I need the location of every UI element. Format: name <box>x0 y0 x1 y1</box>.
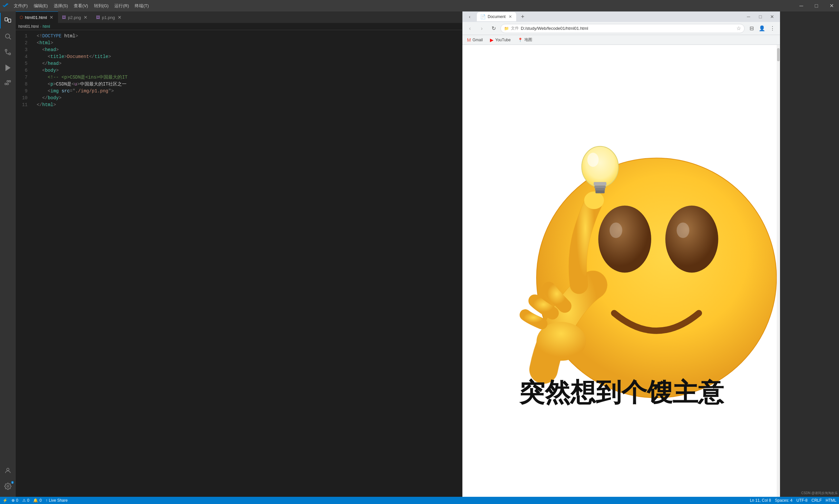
activity-item-search[interactable] <box>0 29 16 44</box>
map-icon: 📍 <box>518 38 523 42</box>
bookmark-gmail[interactable]: M Gmail <box>466 37 484 43</box>
browser-scroll-thumb[interactable] <box>777 48 780 61</box>
status-live-share[interactable]: ↑ Live Share <box>46 498 68 503</box>
tab-close-p2[interactable]: ✕ <box>83 15 88 20</box>
menu-file[interactable]: 文件(F) <box>11 2 31 10</box>
status-errors[interactable]: ⊗ 0 <box>12 498 18 503</box>
status-notifications[interactable]: 🔔 0 <box>33 498 41 503</box>
png-file-icon-p1: 🖼 <box>96 15 100 20</box>
status-encoding[interactable]: UTF-8 <box>797 498 807 503</box>
lightbulb-base-4 <box>595 191 605 194</box>
menu-edit[interactable]: 编辑(E) <box>31 2 51 10</box>
svg-rect-7 <box>5 83 6 85</box>
right-panel-text: CSDN @请同步淘淘欢乐 <box>801 491 838 496</box>
activity-item-explorer[interactable] <box>0 13 16 29</box>
browser-tab-close-btn[interactable]: ✕ <box>508 14 513 19</box>
bookmark-youtube-label: YouTube <box>495 38 511 42</box>
browser-forward-btn[interactable]: › <box>477 23 487 33</box>
svg-point-2 <box>5 34 10 38</box>
status-warnings[interactable]: ⚠ 0 <box>22 498 30 503</box>
menu-terminal[interactable]: 终端(T) <box>132 2 152 10</box>
browser-scrollbar[interactable] <box>777 45 780 497</box>
breadcrumb-tag[interactable]: html <box>42 24 50 29</box>
activity-item-extensions[interactable] <box>0 76 16 91</box>
browser-bookmarks-bar: M Gmail ▶ YouTube 📍 地图 <box>462 35 780 45</box>
close-button[interactable]: ✕ <box>824 0 839 12</box>
tab-close-p1[interactable]: ✕ <box>117 15 122 20</box>
menu-goto[interactable]: 转到(G) <box>91 2 111 10</box>
activity-item-source-control[interactable] <box>0 44 16 60</box>
maximize-button[interactable]: □ <box>809 0 824 12</box>
line-numbers: 1 2 3 4 5 6 7 8 9 10 11 <box>16 30 32 497</box>
code-line-1: <!DOCTYPE html> <box>37 33 462 40</box>
browser-reload-btn[interactable]: ↻ <box>489 23 499 33</box>
activity-bar-bottom: 1 <box>0 463 16 497</box>
tab-html01[interactable]: ⬡ html01.html ✕ <box>16 12 58 23</box>
position-text: Ln 11, Col 8 <box>750 498 771 503</box>
status-crlf[interactable]: CRLF <box>811 498 822 503</box>
titlebar-controls: ─ □ ✕ <box>794 0 839 12</box>
browser-split-btn[interactable]: ⊟ <box>747 23 756 33</box>
browser-back-btn[interactable]: ‹ <box>465 23 475 33</box>
error-count: 0 <box>16 498 18 503</box>
svg-point-12 <box>7 485 9 487</box>
minimize-button[interactable]: ─ <box>794 0 809 12</box>
breadcrumb: html01.html › html <box>16 23 462 30</box>
status-bar: ⚡ ⊗ 0 ⚠ 0 🔔 0 ↑ Live Share Ln 11, Col 8 … <box>0 497 839 504</box>
activity-item-account[interactable] <box>0 463 16 479</box>
left-eye-socket <box>598 206 651 273</box>
browser-minimize-btn[interactable]: ─ <box>743 13 754 21</box>
bookmark-youtube[interactable]: ▶ YouTube <box>489 37 512 43</box>
status-language[interactable]: HTML <box>825 498 836 503</box>
tab-label-html01: html01.html <box>25 15 47 20</box>
status-position[interactable]: Ln 11, Col 8 <box>750 498 771 503</box>
emoji-meme-svg: 突然想到个馊主意 <box>462 45 780 497</box>
status-remote-btn[interactable]: ⚡ <box>3 498 7 503</box>
tab-p2[interactable]: 🖼 p2.png ✕ <box>58 12 92 23</box>
code-line-11: </html> <box>37 102 462 108</box>
breadcrumb-file[interactable]: html01.html <box>18 24 39 29</box>
browser-tab-title: Document <box>488 14 506 19</box>
editor-area: ⬡ html01.html ✕ 🖼 p2.png ✕ 🖼 p1.png ✕ ht… <box>16 12 462 497</box>
bookmark-map[interactable]: 📍 地图 <box>517 36 534 43</box>
tab-close-html01[interactable]: ✕ <box>49 15 54 20</box>
browser-maximize-btn[interactable]: □ <box>755 13 766 21</box>
browser-new-tab-btn[interactable]: + <box>519 13 527 21</box>
activity-item-run[interactable] <box>0 60 16 76</box>
browser-address-bar[interactable]: 📁 文件 D:/study/Web/fecode01/html01.html ☆ <box>501 24 745 33</box>
code-editor[interactable]: 1 2 3 4 5 6 7 8 9 10 11 <!DOCTYPE html> … <box>16 30 462 497</box>
browser-dropdown-btn[interactable]: ‹ <box>465 12 474 21</box>
crlf-text: CRLF <box>811 498 822 503</box>
finger-4 <box>525 315 542 324</box>
menu-run[interactable]: 运行(R) <box>112 2 132 10</box>
titlebar: 文件(F) 编辑(E) 选择(S) 查看(V) 转到(G) 运行(R) 终端(T… <box>0 0 839 12</box>
status-spaces[interactable]: Spaces: 4 <box>775 498 792 503</box>
tab-label-p2: p2.png <box>68 15 81 20</box>
browser-tab-document[interactable]: 📄 Document ✕ <box>477 12 516 21</box>
browser-menu-btn[interactable]: ⋮ <box>768 23 777 33</box>
svg-line-3 <box>9 38 11 39</box>
png-file-icon-p2: 🖼 <box>62 15 66 20</box>
menu-select[interactable]: 选择(S) <box>51 2 70 10</box>
lightbulb-highlight <box>587 152 598 167</box>
bell-icon: 🔔 <box>33 498 38 503</box>
code-line-6: <body> <box>37 67 462 74</box>
browser-profile-btn[interactable]: 👤 <box>757 23 767 33</box>
code-line-4: <title>Document</title> <box>37 53 462 60</box>
error-icon: ⊗ <box>12 498 15 503</box>
emoji-meme-container: 突然想到个馊主意 <box>462 45 780 497</box>
live-share-label: Live Share <box>49 498 68 503</box>
activity-item-settings[interactable]: 1 <box>0 479 16 494</box>
code-line-9: <img src="./img/p1.png"> <box>37 88 462 95</box>
code-line-7: <!-- <p>CSDN是<ins>中国最大的IT <box>37 74 462 81</box>
content-area: ⬡ html01.html ✕ 🖼 p2.png ✕ 🖼 p1.png ✕ ht… <box>16 12 839 497</box>
code-line-10: </body> <box>37 95 462 102</box>
address-prefix: 文件 <box>511 25 519 31</box>
right-panel: CSDN @请同步淘淘欢乐 <box>780 12 839 497</box>
menu-view[interactable]: 查看(V) <box>71 2 90 10</box>
bookmark-star-icon[interactable]: ☆ <box>736 25 741 32</box>
right-eye-highlight <box>677 222 689 238</box>
lightbulb-base-3 <box>595 188 605 191</box>
tab-p1[interactable]: 🖼 p1.png ✕ <box>92 12 126 23</box>
browser-close-btn[interactable]: ✕ <box>767 13 777 21</box>
